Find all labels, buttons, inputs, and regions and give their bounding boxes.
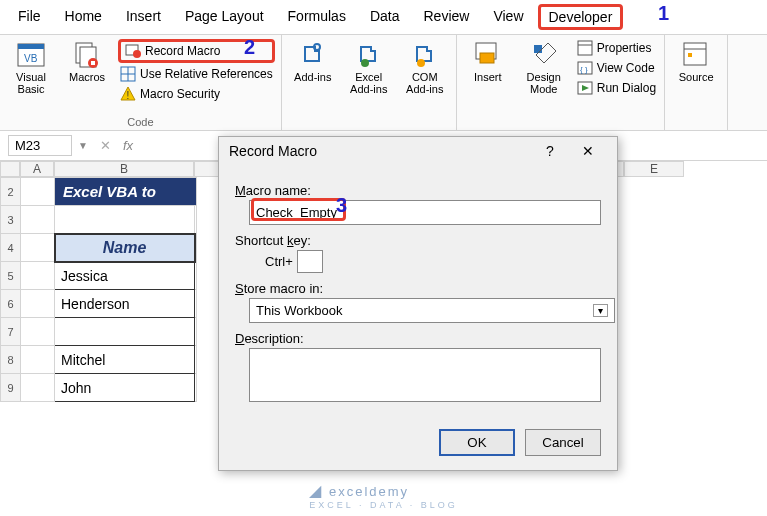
tab-data[interactable]: Data — [360, 4, 410, 30]
ctrl-label: Ctrl+ — [265, 254, 293, 269]
visual-basic-label: Visual Basic — [6, 71, 56, 95]
row-9[interactable]: 9 — [1, 374, 21, 402]
warning-icon: ! — [120, 86, 136, 102]
row-4[interactable]: 4 — [1, 234, 21, 262]
close-button[interactable]: ✕ — [569, 143, 607, 159]
viewcode-icon: { } — [577, 60, 593, 76]
cell-b9[interactable]: John — [55, 374, 195, 402]
macros-button[interactable]: Macros — [62, 39, 112, 103]
row-8[interactable]: 8 — [1, 346, 21, 374]
excel-addins-button[interactable]: Excel Add-ins — [344, 39, 394, 95]
col-a[interactable]: A — [20, 161, 54, 177]
record-icon — [125, 43, 141, 59]
col-b[interactable]: B — [54, 161, 194, 177]
view-code-button[interactable]: { }View Code — [575, 59, 658, 77]
design-mode-button[interactable]: Design Mode — [519, 39, 569, 97]
fx-icon[interactable]: fx — [123, 138, 133, 153]
group-xml: Source — [665, 35, 728, 130]
row-3[interactable]: 3 — [1, 206, 21, 234]
row-6[interactable]: 6 — [1, 290, 21, 318]
com-addins-label: COM Add-ins — [400, 71, 450, 95]
svg-rect-1 — [18, 44, 44, 49]
namebox-dropdown-icon[interactable]: ▼ — [78, 140, 88, 151]
store-label: Store macro in: — [235, 281, 601, 296]
cancel-button[interactable]: Cancel — [525, 429, 601, 456]
design-icon — [528, 39, 560, 71]
macro-security-button[interactable]: ! Macro Security — [118, 85, 275, 103]
cell-b8[interactable]: Mitchel — [55, 346, 195, 374]
annotation-3: 3 — [336, 194, 347, 217]
addins-label: Add-ins — [294, 71, 331, 83]
source-icon — [680, 39, 712, 71]
svg-point-15 — [361, 59, 369, 67]
com-addins-button[interactable]: COM Add-ins — [400, 39, 450, 95]
rundialog-icon — [577, 80, 593, 96]
name-box[interactable] — [8, 135, 72, 156]
macro-name-label: MMacro name:acro name: — [235, 183, 601, 198]
source-label: Source — [679, 71, 714, 83]
annotation-1: 1 — [658, 2, 669, 25]
tab-formulas[interactable]: Formulas — [278, 4, 356, 30]
addins-button[interactable]: Add-ins — [288, 39, 338, 95]
macro-security-label: Macro Security — [140, 87, 220, 101]
macros-icon — [71, 39, 103, 71]
store-value: This Workbook — [256, 303, 342, 318]
properties-button[interactable]: Properties — [575, 39, 658, 57]
source-button[interactable]: Source — [671, 39, 721, 83]
svg-marker-19 — [534, 45, 542, 53]
insert-button[interactable]: Insert — [463, 39, 513, 97]
excel-addins-label: Excel Add-ins — [344, 71, 394, 95]
svg-point-14 — [314, 44, 320, 50]
description-label: Description: — [235, 331, 601, 346]
svg-point-8 — [133, 50, 141, 58]
svg-point-16 — [417, 59, 425, 67]
tab-developer[interactable]: Developer — [538, 4, 624, 30]
row-2[interactable]: 2 — [1, 178, 21, 206]
record-macro-label: Record Macro — [145, 44, 220, 58]
cancel-formula-icon[interactable]: ✕ — [94, 138, 117, 153]
help-button[interactable]: ? — [531, 143, 569, 159]
svg-text:{ }: { } — [580, 65, 588, 74]
visual-basic-button[interactable]: VB Visual Basic — [6, 39, 56, 103]
tab-pagelayout[interactable]: Page Layout — [175, 4, 274, 30]
ribbon-tabs: File Home Insert Page Layout Formulas Da… — [0, 0, 767, 35]
description-input[interactable] — [249, 348, 601, 402]
vba-icon: VB — [15, 39, 47, 71]
group-addins: Add-ins Excel Add-ins COM Add-ins — [282, 35, 457, 130]
tab-insert[interactable]: Insert — [116, 4, 171, 30]
dialog-titlebar[interactable]: Record Macro ? ✕ — [219, 137, 617, 165]
use-relative-button[interactable]: Use Relative References — [118, 65, 275, 83]
macro-name-input[interactable] — [249, 200, 601, 225]
run-dialog-button[interactable]: Run Dialog — [575, 79, 658, 97]
cell-b6[interactable]: Henderson — [55, 290, 195, 318]
chevron-down-icon: ▾ — [593, 304, 608, 317]
select-all[interactable] — [0, 161, 20, 177]
row-7[interactable]: 7 — [1, 318, 21, 346]
col-e[interactable]: E — [624, 161, 684, 177]
rundialog-label: Run Dialog — [597, 81, 656, 95]
svg-rect-21 — [578, 41, 592, 55]
row-5[interactable]: 5 — [1, 262, 21, 290]
dialog-title: Record Macro — [229, 143, 531, 159]
cell-b7[interactable] — [55, 318, 195, 346]
addins-icon — [297, 39, 329, 71]
shortcut-input[interactable] — [297, 250, 323, 273]
excel-addins-icon — [353, 39, 385, 71]
properties-label: Properties — [597, 41, 652, 55]
ribbon: VB Visual Basic Macros Record Macro Use … — [0, 35, 767, 131]
tab-view[interactable]: View — [483, 4, 533, 30]
tab-file[interactable]: File — [8, 4, 51, 30]
svg-rect-27 — [684, 43, 706, 65]
properties-icon — [577, 40, 593, 56]
store-dropdown[interactable]: This Workbook ▾ — [249, 298, 615, 323]
svg-text:!: ! — [127, 90, 130, 101]
tab-home[interactable]: Home — [55, 4, 112, 30]
svg-rect-6 — [91, 61, 95, 65]
insert-label: Insert — [474, 71, 502, 83]
svg-rect-29 — [688, 53, 692, 57]
cell-b5[interactable]: Jessica — [55, 262, 195, 290]
tab-review[interactable]: Review — [414, 4, 480, 30]
ok-button[interactable]: OK — [439, 429, 515, 456]
group-code-label: Code — [6, 116, 275, 128]
macros-label: Macros — [69, 71, 105, 83]
